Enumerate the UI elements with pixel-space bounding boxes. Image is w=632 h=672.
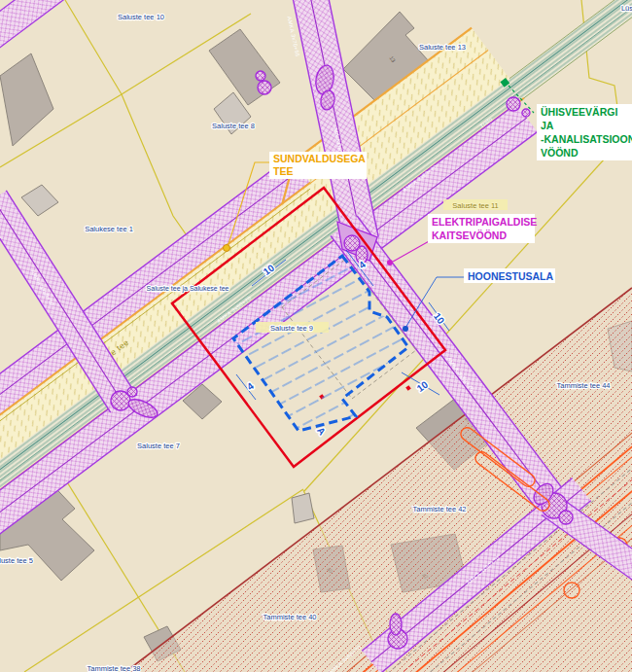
label-yhisveevark-4: VÖÖND	[541, 147, 579, 159]
label-saluste-8: Saluste tee 8	[212, 122, 255, 130]
label-saluste-9: Saluste tee 9	[270, 324, 313, 333]
label-saluste-13: Saluste tee 13	[419, 43, 466, 52]
sundvaldus-point	[224, 245, 230, 252]
label-tammiste-38: Tammiste tee 38	[87, 664, 140, 672]
label-saluste-10: Saluste tee 10	[118, 13, 164, 21]
label-tammiste-42: Tammiste tee 42	[412, 505, 466, 513]
hoonestusala-point	[403, 326, 408, 332]
detail-plan-map: 13 42 42 40	[0, 0, 632, 672]
label-sundvaldusega-1: SUNDVALDUSEGA	[273, 153, 366, 164]
label-tammiste-44: Tammiste tee 44	[556, 381, 610, 390]
label-saluste-11: Saluste tee 11	[452, 201, 498, 210]
label-salukese-1: Salukese tee 1	[85, 225, 133, 233]
label-elektri-2: KAITSEVÖÖND	[432, 230, 507, 241]
label-yhisveevark-3: -KANALISATSIOONI	[541, 133, 632, 145]
label-yhisveevark-1: ÜHISVEEVÄRGI	[541, 106, 617, 118]
label-saluste-5: Saluste tee 5	[0, 556, 33, 565]
label-tammiste-40: Tammiste tee 40	[263, 613, 316, 621]
label-sundvaldusega-2: TEE	[273, 165, 293, 177]
label-yhisveevark-2: JA	[541, 120, 554, 131]
plan-map-canvas[interactable]: 13 42 42 40	[0, 0, 632, 672]
elektri-point	[387, 260, 393, 265]
label-road-pair: Saluste tee ja Salukese tee	[147, 285, 229, 293]
label-hoonestusala: HOONESTUSALA	[468, 270, 554, 282]
label-edge-partial: Lüst	[621, 4, 632, 13]
label-elektri-1: ELEKTRIPAIGALDISE	[432, 216, 537, 228]
label-saluste-7: Saluste tee 7	[137, 442, 180, 450]
